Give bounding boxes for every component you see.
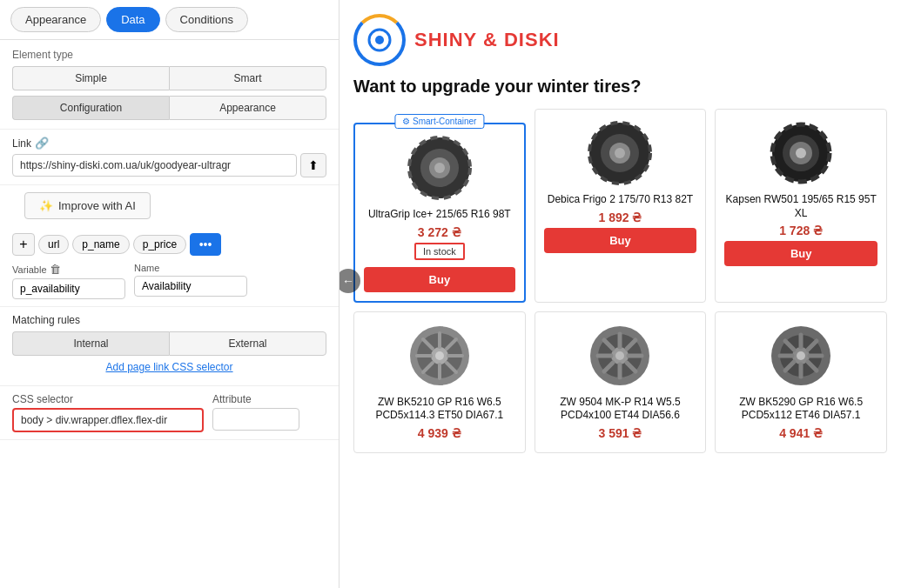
- product-price-2: 1 892 ₴: [544, 210, 697, 224]
- css-selector-section: CSS selector Attribute: [0, 386, 339, 440]
- var-pill-p-name[interactable]: p_name: [72, 235, 129, 254]
- buy-btn-3[interactable]: Buy: [724, 241, 877, 266]
- configuration-btn[interactable]: Configuration: [12, 96, 169, 120]
- buy-btn-1[interactable]: Buy: [364, 267, 515, 292]
- right-panel: SHINY & DISKI Want to upgrade your winte…: [340, 0, 901, 588]
- product-image-5: [581, 321, 659, 391]
- css-sel-input[interactable]: [12, 408, 204, 432]
- tab-appearance[interactable]: Appearance: [10, 7, 101, 32]
- svg-point-1: [375, 36, 384, 44]
- product-image-4: [400, 321, 479, 391]
- in-stock-badge-1: In stock: [414, 243, 465, 260]
- product-name-1: UltraGrip Ice+ 215/65 R16 98T: [364, 208, 515, 222]
- buy-btn-2[interactable]: Buy: [544, 228, 697, 253]
- variable-field-group: Variable 🗑: [12, 263, 125, 299]
- appearance-btn[interactable]: Appearance: [169, 96, 326, 120]
- product-image-1: [400, 133, 479, 203]
- product-name-3: Kapsen RW501 195/65 R15 95T XL: [724, 193, 877, 220]
- product-name-5: ZW 9504 MK-P R14 W5.5 PCD4x100 ET44 DIA5…: [544, 396, 697, 423]
- var-pill-url[interactable]: url: [38, 235, 69, 254]
- product-image-3: [762, 118, 840, 188]
- smart-container-badge: ⚙ Smart-Container: [394, 114, 484, 129]
- link-section: Link 🔗 ⬆: [0, 130, 339, 185]
- svg-point-15: [796, 148, 806, 158]
- link-icon: 🔗: [35, 137, 49, 150]
- var-more-btn[interactable]: •••: [190, 233, 221, 256]
- matching-rules-label: Matching rules: [12, 314, 326, 326]
- css-sel-row: CSS selector Attribute: [12, 393, 326, 432]
- name-field-label: Name: [134, 263, 247, 273]
- css-attr-group: Attribute: [212, 393, 299, 431]
- variable-field-input[interactable]: [12, 278, 125, 299]
- product-price-1: 3 272 ₴: [364, 225, 515, 239]
- logo-circle: [353, 14, 406, 66]
- element-type-label: Element type: [12, 49, 326, 61]
- var-pills-row: + url p_name p_price •••: [12, 233, 326, 256]
- product-name-2: Debica Frigo 2 175/70 R13 82T: [544, 193, 697, 207]
- var-pill-p-price[interactable]: p_price: [133, 235, 186, 254]
- smart-btn[interactable]: Smart: [169, 66, 326, 90]
- link-input[interactable]: [12, 154, 297, 177]
- link-input-row: ⬆: [12, 153, 326, 177]
- svg-point-20: [435, 351, 444, 360]
- svg-point-5: [434, 163, 445, 173]
- preview-header: SHINY & DISKI: [353, 14, 887, 66]
- product-price-6: 4 941 ₴: [724, 426, 877, 440]
- product-card-1: ⚙ Smart-Container UltraGrip Ice+ 215/65 …: [353, 123, 526, 303]
- tab-bar: Appearance Data Conditions: [0, 0, 339, 40]
- css-attr-label: Attribute: [212, 393, 299, 405]
- product-price-4: 4 939 ₴: [363, 426, 516, 440]
- css-sel-group: CSS selector: [12, 393, 204, 432]
- improve-ai-btn[interactable]: ✨ Improve with AI: [24, 192, 151, 219]
- product-image-6: [762, 321, 840, 391]
- var-add-btn[interactable]: +: [12, 233, 35, 256]
- improve-ai-container: ✨ Improve with AI: [0, 185, 339, 226]
- preview-title: Want to upgrade your winter tires?: [353, 77, 887, 97]
- product-card-2: Debica Frigo 2 175/70 R13 82T 1 892 ₴ Bu…: [535, 109, 707, 303]
- link-upload-btn[interactable]: ⬆: [300, 153, 326, 177]
- product-grid: ← ⚙ Smart-Container UltraGrip Ice+ 215/6…: [353, 109, 887, 453]
- product-price-3: 1 728 ₴: [724, 224, 877, 237]
- name-field-group: Name: [134, 263, 247, 297]
- element-type-section: Element type Simple Smart Configuration …: [0, 40, 339, 130]
- product-card-6: ZW BK5290 GP R16 W6.5 PCD5x112 ET46 DIA5…: [715, 311, 887, 453]
- variable-field-label: Variable 🗑: [12, 263, 125, 276]
- upload-icon: ⬆: [308, 158, 319, 172]
- wand-icon: ✨: [39, 199, 53, 212]
- product-price-5: 3 591 ₴: [544, 426, 697, 440]
- product-image-2: [581, 118, 659, 188]
- svg-point-10: [615, 148, 625, 158]
- left-panel: Appearance Data Conditions Element type …: [0, 0, 340, 588]
- css-attr-input[interactable]: [212, 408, 299, 431]
- element-type-row: Simple Smart: [12, 66, 326, 90]
- var-fields-row: Variable 🗑 Name: [12, 263, 326, 299]
- product-card-5: ZW 9504 MK-P R14 W5.5 PCD4x100 ET44 DIA5…: [535, 311, 707, 453]
- css-sel-label: CSS selector: [12, 393, 204, 405]
- matching-rules-row: Internal External: [12, 331, 326, 356]
- internal-btn[interactable]: Internal: [12, 331, 169, 356]
- product-name-4: ZW BK5210 GP R16 W6.5 PCD5x114.3 ET50 DI…: [363, 396, 516, 423]
- svg-point-44: [797, 351, 805, 360]
- trash-icon[interactable]: 🗑: [50, 263, 61, 276]
- name-field-input[interactable]: [134, 276, 247, 297]
- product-card-4: ZW BK5210 GP R16 W6.5 PCD5x114.3 ET50 DI…: [353, 311, 526, 453]
- matching-rules-section: Matching rules Internal External Add pag…: [0, 307, 339, 386]
- link-label: Link 🔗: [12, 137, 326, 150]
- config-appearance-row: Configuration Appearance: [12, 96, 326, 120]
- logo-text: SHINY & DISKI: [414, 29, 560, 51]
- external-btn[interactable]: External: [169, 331, 326, 356]
- add-page-link[interactable]: Add page link CSS selector: [12, 356, 326, 378]
- simple-btn[interactable]: Simple: [12, 66, 169, 90]
- variable-section: + url p_name p_price ••• Variable 🗑 Name: [0, 226, 339, 307]
- svg-point-32: [615, 351, 624, 360]
- tab-conditions[interactable]: Conditions: [165, 7, 248, 32]
- product-card-3: Kapsen RW501 195/65 R15 95T XL 1 728 ₴ B…: [715, 109, 887, 303]
- logo-circle-inner: [366, 26, 393, 54]
- product-name-6: ZW BK5290 GP R16 W6.5 PCD5x112 ET46 DIA5…: [724, 396, 877, 423]
- tab-data[interactable]: Data: [106, 7, 159, 32]
